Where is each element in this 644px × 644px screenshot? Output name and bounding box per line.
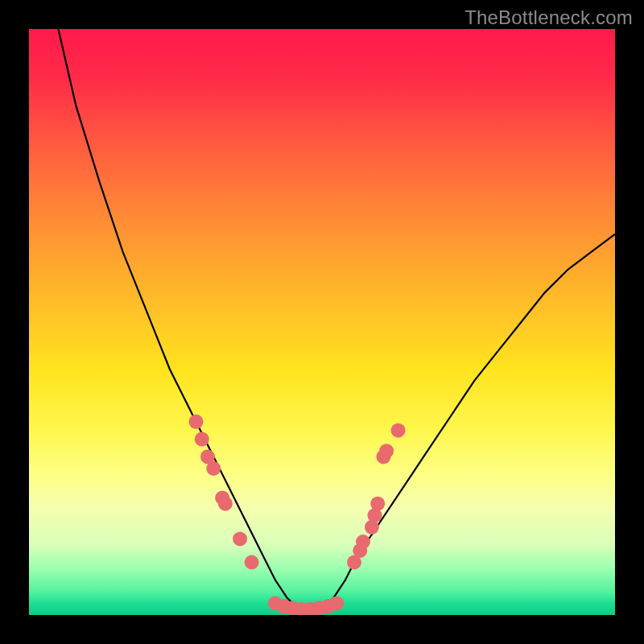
- data-dot: [206, 461, 221, 476]
- data-dot: [370, 497, 385, 511]
- data-dot: [189, 415, 204, 429]
- data-dot: [218, 497, 233, 511]
- watermark-label: TheBottleneck.com: [464, 6, 633, 29]
- chart-svg: [29, 29, 615, 615]
- chart-plot-area: [29, 29, 615, 615]
- data-dot: [356, 535, 370, 549]
- chart-frame: TheBottleneck.com: [0, 0, 644, 644]
- data-dot: [195, 432, 209, 447]
- bottleneck-curve: [58, 29, 615, 612]
- data-dot: [233, 531, 247, 546]
- data-dot: [245, 555, 259, 570]
- data-dot: [391, 423, 406, 438]
- data-dot: [329, 596, 344, 610]
- data-dots: [189, 415, 406, 615]
- data-dot: [379, 444, 394, 458]
